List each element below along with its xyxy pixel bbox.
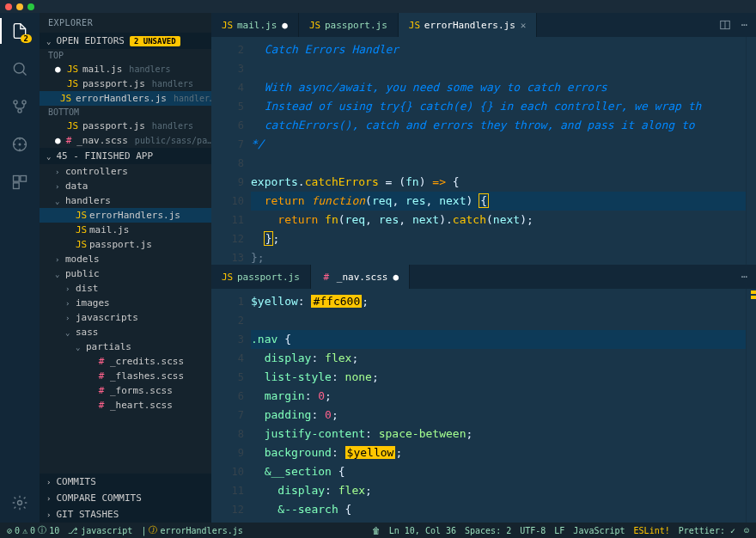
open-editor-item[interactable]: ● # _nav.scss public/sass/pa… [40, 133, 211, 148]
debug-icon[interactable] [10, 135, 29, 154]
search-icon[interactable] [10, 59, 29, 78]
file-icon: Ⓙ [149, 524, 157, 536]
status-eol[interactable]: LF [554, 526, 564, 535]
editor-bottom[interactable]: 123456789101112 $yellow: #ffc600;.nav { … [211, 289, 756, 523]
extensions-icon[interactable] [10, 173, 29, 192]
smiley-icon[interactable]: ☺ [744, 526, 749, 535]
chevron-right-icon: › [65, 299, 72, 308]
tree-folder[interactable]: ⌄ handlers [40, 193, 211, 208]
tree-folder[interactable]: › javascripts [40, 310, 211, 325]
settings-icon[interactable] [10, 493, 29, 512]
code-line[interactable]: catchErrors(), catch and errors they thr… [251, 116, 746, 135]
tree-file[interactable]: # _credits.scss [40, 354, 211, 369]
tree-file[interactable]: JS mail.js [40, 223, 211, 237]
code-line[interactable]: $yellow: #ffc600; [251, 292, 746, 311]
status-lang[interactable]: JavaScript [573, 526, 625, 535]
minimap[interactable] [746, 289, 756, 523]
status-prettier[interactable]: Prettier: ✓ [679, 526, 735, 535]
editor-tab[interactable]: JS passport.js [211, 265, 311, 289]
code-line[interactable]: justify-content: space-between; [251, 425, 746, 443]
code-line[interactable] [251, 154, 746, 173]
traffic-min-icon[interactable] [16, 3, 23, 10]
status-branch[interactable]: ⎇ javascript [68, 526, 132, 535]
code-line[interactable]: exports.catchErrors = (fn) => { [251, 173, 746, 192]
tree-file[interactable]: # _heart.scss [40, 398, 211, 413]
tree-file[interactable]: # _forms.scss [40, 383, 211, 398]
explorer-sidebar: EXPLORER ⌄ OPEN EDITORS 2 UNSAVED TOP ● … [40, 13, 211, 523]
more-icon[interactable]: ⋯ [741, 271, 747, 283]
open-editor-item[interactable]: JS errorHandlers.js handler… [40, 91, 211, 106]
tree-folder[interactable]: › controllers [40, 164, 211, 179]
code-line[interactable]: &--search { [251, 500, 746, 519]
traffic-close-icon[interactable] [5, 3, 12, 10]
open-editor-item[interactable]: ● JS mail.js handlers [40, 62, 211, 76]
code-line[interactable]: Catch Errors Handler [251, 40, 746, 59]
tree-file[interactable]: JS errorHandlers.js [40, 208, 211, 223]
branch-icon: ⎇ [68, 526, 78, 535]
code-line[interactable]: Instead of using try{} catch(e) {} in ea… [251, 97, 746, 116]
js-file-icon: JS [67, 64, 77, 75]
code-line[interactable] [251, 311, 746, 330]
status-encoding[interactable]: UTF-8 [520, 526, 546, 535]
code-line[interactable]: display: flex; [251, 481, 746, 500]
code-line[interactable]: margin: 0; [251, 387, 746, 406]
activity-bar: 2 [0, 13, 40, 523]
code-line[interactable]: }; [251, 248, 746, 265]
traffic-max-icon[interactable] [27, 3, 34, 10]
close-icon[interactable]: ✕ [521, 20, 527, 31]
code-line[interactable]: }; [251, 229, 746, 248]
open-editor-item[interactable]: JS passport.js handlers [40, 76, 211, 91]
code-line[interactable]: list-style: none; [251, 368, 746, 387]
explorer-icon[interactable]: 2 [10, 21, 29, 40]
tree-file[interactable]: JS passport.js [40, 237, 211, 252]
tree-folder[interactable]: ⌄ sass [40, 325, 211, 339]
trash-icon[interactable]: 🗑 [372, 526, 381, 535]
svg-point-3 [18, 109, 21, 113]
code-line[interactable]: return fn(req, res, next).catch(next); [251, 211, 746, 229]
sidebar-section[interactable]: › COMMITS [40, 474, 211, 490]
tabbar-top: JS mail.js ● JS passport.js JS errorHand… [211, 13, 756, 37]
sidebar-section[interactable]: › GIT STASHES [40, 506, 211, 523]
tree-folder[interactable]: › data [40, 179, 211, 193]
editor-tab[interactable]: # _nav.scss ● [311, 265, 410, 289]
status-cursor[interactable]: Ln 10, Col 36 [389, 526, 456, 535]
tree-folder[interactable]: ⌄ public [40, 266, 211, 281]
tree-file[interactable]: # _flashes.scss [40, 369, 211, 383]
js-file-icon: JS [222, 20, 232, 31]
editor-top[interactable]: 2345678910111213 Catch Errors Handler Wi… [211, 37, 756, 265]
editor-tab[interactable]: JS mail.js ● [211, 13, 299, 37]
chevron-right-icon: › [46, 478, 51, 486]
code-line[interactable]: .nav { [251, 330, 746, 349]
folder-header[interactable]: ⌄ 45 - FINISHED APP [40, 148, 211, 164]
editor-tab[interactable]: JS passport.js [299, 13, 399, 37]
more-icon[interactable]: ⋯ [741, 19, 747, 31]
code-line[interactable]: background: $yellow; [251, 443, 746, 462]
sidebar-section[interactable]: › COMPARE COMMITS [40, 490, 211, 506]
tree-folder[interactable]: › images [40, 296, 211, 310]
open-editor-item[interactable]: JS passport.js handlers [40, 119, 211, 133]
code-line[interactable]: */ [251, 135, 746, 154]
scm-icon[interactable] [10, 97, 29, 116]
window-titlebar [0, 0, 756, 13]
split-editor-icon[interactable] [719, 19, 731, 31]
status-eslint[interactable]: ESLint! [634, 526, 670, 535]
status-problems[interactable]: ⊘0 ⚠0 ⓘ10 [7, 524, 59, 536]
svg-rect-6 [14, 176, 20, 182]
tree-folder[interactable]: ⌄ partials [40, 339, 211, 354]
open-editors-header[interactable]: ⌄ OPEN EDITORS 2 UNSAVED [40, 33, 211, 49]
code-line[interactable]: return function(req, res, next) { [251, 192, 746, 211]
code-line[interactable]: padding: 0; [251, 406, 746, 425]
svg-rect-7 [21, 176, 27, 182]
code-line[interactable] [251, 59, 746, 78]
tree-folder[interactable]: › models [40, 252, 211, 266]
tree-folder[interactable]: › dist [40, 281, 211, 296]
js-file-icon: JS [76, 210, 86, 221]
editor-tab[interactable]: JS errorHandlers.js ✕ [399, 13, 538, 37]
status-spaces[interactable]: Spaces: 2 [465, 526, 511, 535]
code-line[interactable]: With async/await, you need some way to c… [251, 78, 746, 97]
code-line[interactable]: &__section { [251, 462, 746, 481]
minimap[interactable] [746, 37, 756, 265]
code-line[interactable]: display: flex; [251, 349, 746, 368]
editor-group-top: TOP [40, 49, 211, 62]
scss-file-icon: # [96, 356, 107, 367]
